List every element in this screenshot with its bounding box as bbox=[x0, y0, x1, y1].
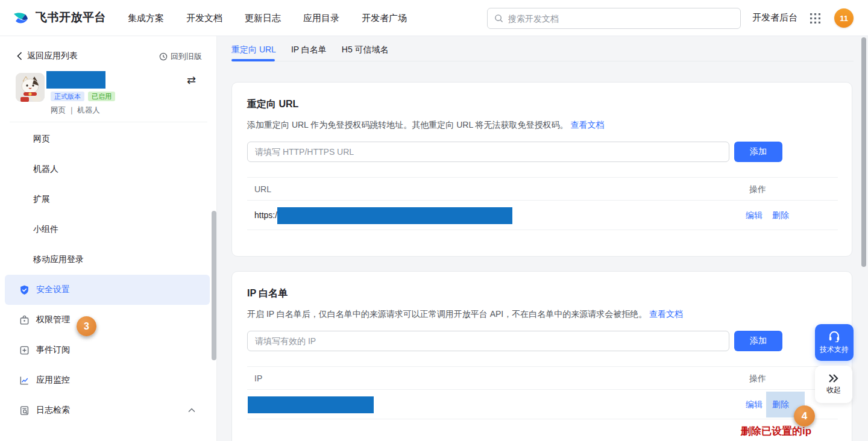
ip-card-title: IP 白名单 bbox=[247, 287, 288, 300]
table-header: IP 操作 bbox=[247, 366, 838, 390]
annotation-step-4: 4 bbox=[794, 405, 815, 427]
delete-link[interactable]: 删除 bbox=[772, 399, 789, 410]
delete-link[interactable]: 删除 bbox=[772, 210, 789, 221]
redirect-card-title: 重定向 URL bbox=[247, 98, 298, 111]
ip-add-button[interactable]: 添加 bbox=[734, 331, 782, 351]
url-prefix: https:/ bbox=[254, 210, 277, 220]
sidebar: 返回应用列表 回到旧版 bbox=[0, 36, 217, 441]
app-name-redacted bbox=[46, 71, 105, 89]
tab-ip-whitelist[interactable]: IP 白名单 bbox=[291, 45, 327, 59]
col-action: 操作 bbox=[749, 184, 766, 195]
search-icon bbox=[494, 14, 503, 23]
collapse-button[interactable]: 收起 bbox=[815, 366, 852, 403]
redirect-add-button[interactable]: 添加 bbox=[734, 142, 782, 162]
table-header: URL 操作 bbox=[247, 177, 838, 201]
redirect-url-input[interactable] bbox=[247, 142, 729, 162]
permission-badge-icon bbox=[19, 315, 30, 325]
sidebar-item-extension[interactable]: 扩展 bbox=[0, 184, 212, 214]
ip-redacted bbox=[248, 396, 374, 413]
headset-icon bbox=[828, 330, 841, 342]
redirect-doc-link[interactable]: 查看文档 bbox=[570, 120, 604, 130]
app-avatar bbox=[16, 73, 45, 102]
top-navbar: 飞书开放平台 集成方案 开发文档 更新日志 应用目录 开发者广场 开发者后台 bbox=[0, 0, 868, 36]
nav-link-changelog[interactable]: 更新日志 bbox=[245, 13, 281, 24]
col-action: 操作 bbox=[749, 374, 766, 384]
app-root: 飞书开放平台 集成方案 开发文档 更新日志 应用目录 开发者广场 开发者后台 bbox=[0, 0, 868, 441]
back-label: 返回应用列表 bbox=[27, 51, 78, 61]
edit-link[interactable]: 编辑 bbox=[746, 210, 763, 221]
tech-support-button[interactable]: 技术支持 bbox=[815, 324, 854, 361]
sidebar-item-app-monitoring[interactable]: 应用监控 bbox=[0, 365, 212, 395]
url-redacted bbox=[277, 207, 512, 224]
ip-table: IP 操作 编辑 删除 bbox=[247, 366, 838, 419]
sidebar-scrollbar[interactable] bbox=[212, 211, 216, 360]
ip-doc-link[interactable]: 查看文档 bbox=[649, 309, 683, 319]
sidebar-item-log-search[interactable]: 日志检索 bbox=[0, 395, 212, 425]
shield-check-icon bbox=[19, 285, 30, 295]
tab-redirect-url[interactable]: 重定向 URL bbox=[231, 45, 276, 59]
app-grid-icon[interactable] bbox=[810, 13, 820, 23]
ip-input[interactable] bbox=[247, 331, 729, 351]
tab-h5-trusted-domain[interactable]: H5 可信域名 bbox=[342, 45, 389, 59]
nav-link-dev-plaza[interactable]: 开发者广场 bbox=[362, 13, 407, 24]
version-badge: 正式版本 bbox=[51, 92, 84, 101]
app-capabilities: 网页 ｜ 机器人 bbox=[51, 105, 100, 116]
brand[interactable]: 飞书开放平台 bbox=[12, 8, 106, 27]
page-scrollbar[interactable] bbox=[861, 37, 866, 267]
history-clock-icon bbox=[159, 52, 168, 61]
switch-app-icon[interactable]: ⇄ bbox=[187, 74, 196, 87]
double-chevron-right-icon bbox=[828, 374, 840, 383]
sidebar-item-widget[interactable]: 小组件 bbox=[0, 214, 212, 245]
active-tab-underline bbox=[231, 59, 275, 61]
nav-link-docs[interactable]: 开发文档 bbox=[186, 13, 222, 24]
redirect-card-desc: 添加重定向 URL 作为免登授权码跳转地址。其他重定向 URL 将无法获取免登授… bbox=[247, 120, 604, 131]
back-to-old-version[interactable]: 回到旧版 bbox=[159, 51, 202, 62]
sidebar-item-event-subscription[interactable]: 事件订阅 bbox=[0, 335, 212, 365]
sidebar-item-web[interactable]: 网页 bbox=[0, 124, 212, 154]
nav-links: 集成方案 开发文档 更新日志 应用目录 开发者广场 bbox=[128, 0, 407, 36]
avatar[interactable]: 11 bbox=[834, 8, 854, 28]
main-content: 重定向 URL IP 白名单 H5 可信域名 重定向 URL 添加重定向 URL… bbox=[217, 36, 868, 441]
developer-console-link[interactable]: 开发者后台 bbox=[752, 12, 797, 23]
annotation-step-3: 3 bbox=[77, 316, 96, 336]
event-subscribe-icon bbox=[19, 345, 30, 355]
search-box[interactable] bbox=[487, 8, 741, 29]
monitor-chart-icon bbox=[19, 375, 30, 386]
chevron-up-icon[interactable] bbox=[188, 408, 195, 413]
app-badges: 正式版本 已启用 bbox=[51, 92, 115, 101]
sidebar-item-security-settings[interactable]: 安全设置 bbox=[5, 275, 210, 305]
nav-link-app-directory[interactable]: 应用目录 bbox=[303, 13, 339, 24]
brand-title: 飞书开放平台 bbox=[36, 10, 106, 25]
chevron-left-icon bbox=[17, 52, 22, 60]
tab-divider bbox=[231, 61, 854, 61]
sidebar-item-bot[interactable]: 机器人 bbox=[0, 154, 212, 184]
feishu-logo-icon bbox=[12, 8, 30, 27]
tech-support-label: 技术支持 bbox=[820, 345, 849, 355]
tab-bar: 重定向 URL IP 白名单 H5 可信域名 bbox=[231, 45, 389, 59]
ip-whitelist-card: IP 白名单 开启 IP 白名单后，仅白名单中的来源请求可以正常调用开放平台 A… bbox=[231, 271, 852, 441]
collapse-label: 收起 bbox=[826, 385, 841, 395]
col-ip: IP bbox=[254, 374, 262, 383]
table-row: 编辑 删除 bbox=[247, 390, 838, 419]
edit-link[interactable]: 编辑 bbox=[746, 399, 763, 410]
row-actions: 编辑 删除 bbox=[746, 210, 789, 221]
sidebar-item-permissions[interactable]: 权限管理 bbox=[0, 305, 212, 335]
back-to-app-list[interactable]: 返回应用列表 bbox=[17, 51, 78, 61]
nav-link-solutions[interactable]: 集成方案 bbox=[128, 13, 164, 24]
status-badge: 已启用 bbox=[88, 92, 115, 101]
sidebar-divider bbox=[10, 122, 207, 122]
redirect-url-table: URL 操作 https:/ 编辑 删除 bbox=[247, 177, 838, 230]
ip-card-desc: 开启 IP 白名单后，仅白名单中的来源请求可以正常调用开放平台 API，不在白名… bbox=[247, 309, 683, 320]
old-version-label: 回到旧版 bbox=[171, 51, 202, 62]
search-input[interactable] bbox=[508, 14, 734, 23]
log-search-icon bbox=[19, 405, 30, 416]
sidebar-item-mobile-login[interactable]: 移动应用登录 bbox=[0, 245, 212, 275]
annotation-note: 删除已设置的ip bbox=[741, 424, 811, 438]
col-url: URL bbox=[254, 184, 271, 194]
table-row: https:/ 编辑 删除 bbox=[247, 201, 838, 230]
redirect-url-card: 重定向 URL 添加重定向 URL 作为免登授权码跳转地址。其他重定向 URL … bbox=[231, 82, 852, 257]
